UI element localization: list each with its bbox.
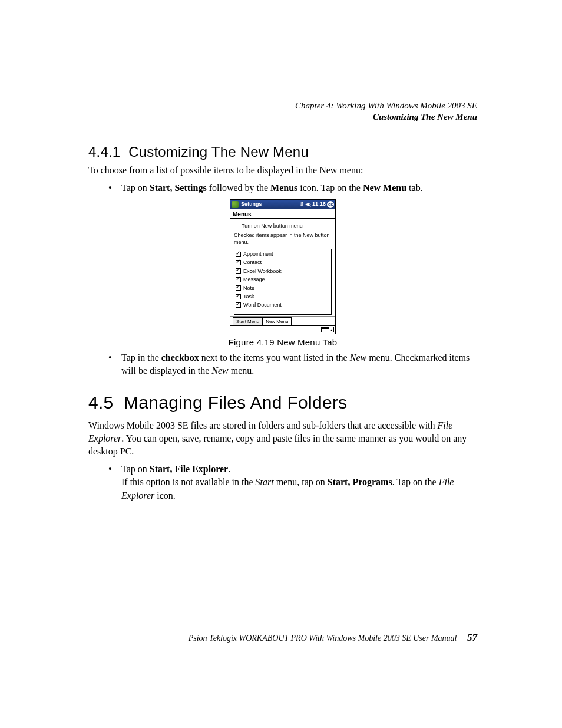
heading-4-4-1: 4.4.1 Customizing The New Menu xyxy=(88,144,477,160)
item-label: Appointment xyxy=(243,251,273,258)
item-checkbox[interactable] xyxy=(236,268,241,274)
list-item[interactable]: Excel Workbook xyxy=(236,268,330,275)
list-item[interactable]: Appointment xyxy=(236,251,330,258)
item-label: Note xyxy=(243,285,254,292)
list-item[interactable]: Task xyxy=(236,293,330,300)
item-label: Task xyxy=(243,293,254,300)
items-listbox[interactable]: Appointment Contact Excel Workbook Messa… xyxy=(234,249,332,315)
item-checkbox[interactable] xyxy=(236,302,241,308)
status-icons: ⇵ ◀ξ 11:18 ok xyxy=(300,200,334,207)
heading-number: 4.4.1 xyxy=(88,144,120,160)
figure-caption: Figure 4.19 New Menu Tab xyxy=(88,337,477,349)
heading-title: Customizing The New Menu xyxy=(128,144,309,160)
list-item[interactable]: Note xyxy=(236,285,330,292)
item-checkbox[interactable] xyxy=(236,294,241,299)
device-screenshot: Settings ⇵ ◀ξ 11:18 ok Menus Turn on New… xyxy=(230,199,336,334)
item-label: Contact xyxy=(243,259,262,266)
titlebar: Settings ⇵ ◀ξ 11:18 ok xyxy=(230,200,335,209)
tab-start-menu[interactable]: Start Menu xyxy=(233,317,263,325)
turn-on-label: Turn on New button menu xyxy=(242,222,303,229)
start-icon[interactable] xyxy=(232,201,239,208)
tab-new-menu[interactable]: New Menu xyxy=(262,317,292,325)
app-title: Settings xyxy=(240,200,262,207)
item-checkbox[interactable] xyxy=(236,285,241,291)
turn-on-checkbox[interactable] xyxy=(234,223,239,228)
connectivity-icon: ⇵ xyxy=(300,201,304,207)
item-checkbox[interactable] xyxy=(236,277,241,282)
bullet-tap-start-settings: Tap on Start, Settings followed by the M… xyxy=(88,182,477,195)
item-label: Word Document xyxy=(243,301,282,308)
input-selector-arrow[interactable]: ▴ xyxy=(329,327,334,332)
item-label: Excel Workbook xyxy=(243,268,282,275)
list-item[interactable]: Word Document xyxy=(236,301,330,308)
paragraph-4-5: Windows Mobile 2003 SE files are stored … xyxy=(88,419,477,458)
tab-strip: Start Menu New Menu xyxy=(230,316,335,325)
intro-paragraph: To choose from a list of possible items … xyxy=(88,164,477,177)
screen-title: Menus xyxy=(230,209,335,219)
bullet-tap-checkbox: Tap in the checkbox next to the items yo… xyxy=(88,351,477,377)
clock: 11:18 xyxy=(312,200,326,207)
item-label: Message xyxy=(243,276,265,283)
item-checkbox[interactable] xyxy=(236,260,241,265)
turn-on-row[interactable]: Turn on New button menu xyxy=(234,222,332,229)
volume-icon: ◀ξ xyxy=(305,201,311,207)
bottom-bar: ▴ xyxy=(230,325,335,334)
heading-4-5: 4.5 Managing Files And Folders xyxy=(88,390,477,414)
figure-4-19: Settings ⇵ ◀ξ 11:18 ok Menus Turn on New… xyxy=(88,199,477,349)
bullet-start-file-explorer: Tap on Start, File Explorer. If this opt… xyxy=(88,463,477,502)
list-item[interactable]: Contact xyxy=(236,259,330,266)
keyboard-icon[interactable] xyxy=(321,327,329,332)
page-number: 57 xyxy=(459,632,477,643)
footer-text: Psion Teklogix WORKABOUT PRO With Window… xyxy=(189,634,457,643)
item-checkbox[interactable] xyxy=(236,252,241,257)
page-footer: Psion Teklogix WORKABOUT PRO With Window… xyxy=(88,632,477,644)
heading-number: 4.5 xyxy=(88,393,114,412)
chapter-line: Chapter 4: Working With Windows Mobile 2… xyxy=(88,100,477,111)
hint-text: Checked items appear in the New button m… xyxy=(234,232,332,246)
running-header: Chapter 4: Working With Windows Mobile 2… xyxy=(88,100,477,123)
heading-title: Managing Files And Folders xyxy=(124,393,348,412)
list-item[interactable]: Message xyxy=(236,276,330,283)
ok-button[interactable]: ok xyxy=(327,201,334,208)
section-line: Customizing The New Menu xyxy=(88,111,477,123)
